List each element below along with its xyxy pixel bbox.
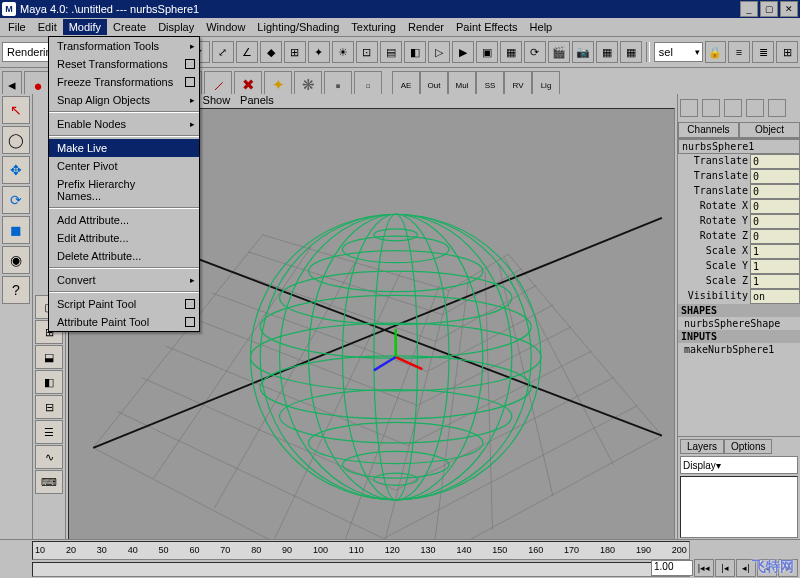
toolbar-btn-7[interactable]: ◆ bbox=[260, 41, 282, 63]
range-slider[interactable] bbox=[32, 562, 690, 577]
menu-item-reset-transformations[interactable]: Reset Transformations bbox=[49, 55, 199, 73]
menu-item-script-paint-tool[interactable]: Script Paint Tool bbox=[49, 295, 199, 313]
watermark: 飞特网 bbox=[752, 558, 794, 576]
current-frame-field[interactable]: 1.00 bbox=[651, 560, 693, 576]
tab-object[interactable]: Object bbox=[739, 122, 800, 138]
menu-file[interactable]: File bbox=[2, 19, 32, 35]
sel-lock-icon[interactable]: 🔒 bbox=[705, 41, 726, 63]
menu-display[interactable]: Display bbox=[152, 19, 200, 35]
right-tool-3[interactable]: ⊞ bbox=[776, 41, 798, 63]
toolbar-btn-14[interactable]: ▷ bbox=[428, 41, 450, 63]
menu-texturing[interactable]: Texturing bbox=[345, 19, 402, 35]
menu-create[interactable]: Create bbox=[107, 19, 152, 35]
last-tool[interactable]: ? bbox=[2, 276, 30, 304]
vp-menu-show[interactable]: Show bbox=[203, 94, 231, 106]
toolbar-btn-17[interactable]: ▦ bbox=[500, 41, 522, 63]
vp-menu-panels[interactable]: Panels bbox=[240, 94, 274, 106]
menu-render[interactable]: Render bbox=[402, 19, 450, 35]
toolbar-btn-18[interactable]: ⟳ bbox=[524, 41, 546, 63]
layout-two-h[interactable]: ⬓ bbox=[35, 345, 63, 369]
layer-mode-combo[interactable]: Display ▾ bbox=[680, 456, 798, 474]
attr-value[interactable]: 0 bbox=[750, 214, 800, 229]
right-tool-2[interactable]: ≣ bbox=[752, 41, 774, 63]
menu-item-enable-nodes[interactable]: Enable Nodes▸ bbox=[49, 115, 199, 133]
attr-value[interactable]: 1 bbox=[750, 244, 800, 259]
time-track[interactable]: 1020304050607080901001101201301401501601… bbox=[32, 541, 690, 560]
move-tool[interactable]: ✥ bbox=[2, 156, 30, 184]
attr-value[interactable]: 0 bbox=[750, 169, 800, 184]
toolbar-btn-6[interactable]: ∠ bbox=[236, 41, 258, 63]
layer-list[interactable] bbox=[680, 476, 798, 538]
cb-icon-4[interactable] bbox=[746, 99, 764, 117]
toolbar-btn-9[interactable]: ✦ bbox=[308, 41, 330, 63]
menu-item-convert[interactable]: Convert▸ bbox=[49, 271, 199, 289]
menu-window[interactable]: Window bbox=[200, 19, 251, 35]
menu-edit[interactable]: Edit bbox=[32, 19, 63, 35]
minimize-button[interactable]: _ bbox=[740, 1, 758, 17]
close-button[interactable]: ✕ bbox=[780, 1, 798, 17]
toolbar-btn-5[interactable]: ⤢ bbox=[212, 41, 234, 63]
rotate-tool[interactable]: ⟳ bbox=[2, 186, 30, 214]
menu-item-center-pivot[interactable]: Center Pivot bbox=[49, 157, 199, 175]
menu-help[interactable]: Help bbox=[524, 19, 559, 35]
tab-layers[interactable]: Layers bbox=[680, 439, 724, 454]
menu-painteffects[interactable]: Paint Effects bbox=[450, 19, 524, 35]
menu-item-transformation-tools[interactable]: Transformation Tools▸ bbox=[49, 37, 199, 55]
rewind-button[interactable]: |◂◂ bbox=[694, 559, 714, 577]
toolbar-btn-21[interactable]: ▦ bbox=[596, 41, 618, 63]
menu-item-prefix-hierarchy-names---[interactable]: Prefix Hierarchy Names... bbox=[49, 175, 199, 205]
toolbar-btn-12[interactable]: ▤ bbox=[380, 41, 402, 63]
attr-row: Rotate Z0 bbox=[678, 229, 800, 244]
attr-value[interactable]: 0 bbox=[750, 229, 800, 244]
toolbar-btn-15[interactable]: ▶ bbox=[452, 41, 474, 63]
select-tool[interactable]: ↖ bbox=[2, 96, 30, 124]
svg-point-41 bbox=[342, 451, 448, 478]
sel-combo[interactable]: sel bbox=[654, 42, 703, 62]
menu-item-attribute-paint-tool[interactable]: Attribute Paint Tool bbox=[49, 313, 199, 331]
cb-icon-1[interactable] bbox=[680, 99, 698, 117]
layout-three[interactable]: ⊟ bbox=[35, 395, 63, 419]
step-back-button[interactable]: |◂ bbox=[715, 559, 735, 577]
toolbar-btn-22[interactable]: ▦ bbox=[620, 41, 642, 63]
attr-value[interactable]: 1 bbox=[750, 274, 800, 289]
menu-modify[interactable]: Modify bbox=[63, 19, 107, 35]
menu-item-edit-attribute---[interactable]: Edit Attribute... bbox=[49, 229, 199, 247]
tab-channels[interactable]: Channels bbox=[678, 122, 739, 138]
toolbar-btn-16[interactable]: ▣ bbox=[476, 41, 498, 63]
menu-item-make-live[interactable]: Make Live bbox=[49, 139, 199, 157]
attr-value[interactable]: 0 bbox=[750, 184, 800, 199]
cb-icon-3[interactable] bbox=[724, 99, 742, 117]
toolbar-btn-19[interactable]: 🎬 bbox=[548, 41, 570, 63]
scale-tool[interactable]: ◼ bbox=[2, 216, 30, 244]
menu-item-snap-align-objects[interactable]: Snap Align Objects▸ bbox=[49, 91, 199, 109]
layout-script[interactable]: ⌨ bbox=[35, 470, 63, 494]
tab-options[interactable]: Options bbox=[724, 439, 772, 454]
menu-item-delete-attribute---[interactable]: Delete Attribute... bbox=[49, 247, 199, 265]
cb-icon-2[interactable] bbox=[702, 99, 720, 117]
cb-icon-5[interactable] bbox=[768, 99, 786, 117]
modify-menu-dropdown[interactable]: Transformation Tools▸Reset Transformatio… bbox=[48, 36, 200, 332]
toolbar-btn-13[interactable]: ◧ bbox=[404, 41, 426, 63]
toolbar-btn-8[interactable]: ⊞ bbox=[284, 41, 306, 63]
toolbar-btn-20[interactable]: 📷 bbox=[572, 41, 594, 63]
attr-value[interactable]: 0 bbox=[750, 199, 800, 214]
menu-bar[interactable]: FileEditModifyCreateDisplayWindowLightin… bbox=[0, 18, 800, 37]
attr-value[interactable]: on bbox=[750, 289, 800, 304]
attr-value[interactable]: 1 bbox=[750, 259, 800, 274]
toolbar-btn-10[interactable]: ☀ bbox=[332, 41, 354, 63]
node-name[interactable]: nurbsSphere1 bbox=[678, 139, 800, 154]
menu-item-freeze-transformations[interactable]: Freeze Transformations bbox=[49, 73, 199, 91]
toolbar-btn-11[interactable]: ⊡ bbox=[356, 41, 378, 63]
menu-lightingshading[interactable]: Lighting/Shading bbox=[251, 19, 345, 35]
show-manip-tool[interactable]: ◉ bbox=[2, 246, 30, 274]
layout-outliner[interactable]: ☰ bbox=[35, 420, 63, 444]
attr-value[interactable]: 0 bbox=[750, 154, 800, 169]
menu-item-add-attribute---[interactable]: Add Attribute... bbox=[49, 211, 199, 229]
maximize-button[interactable]: ▢ bbox=[760, 1, 778, 17]
layout-two-v[interactable]: ◧ bbox=[35, 370, 63, 394]
lasso-tool[interactable]: ◯ bbox=[2, 126, 30, 154]
input-node[interactable]: makeNurbSphere1 bbox=[678, 343, 800, 356]
shape-node[interactable]: nurbsSphereShape bbox=[678, 317, 800, 330]
layout-graph[interactable]: ∿ bbox=[35, 445, 63, 469]
right-tool-1[interactable]: ≡ bbox=[728, 41, 750, 63]
